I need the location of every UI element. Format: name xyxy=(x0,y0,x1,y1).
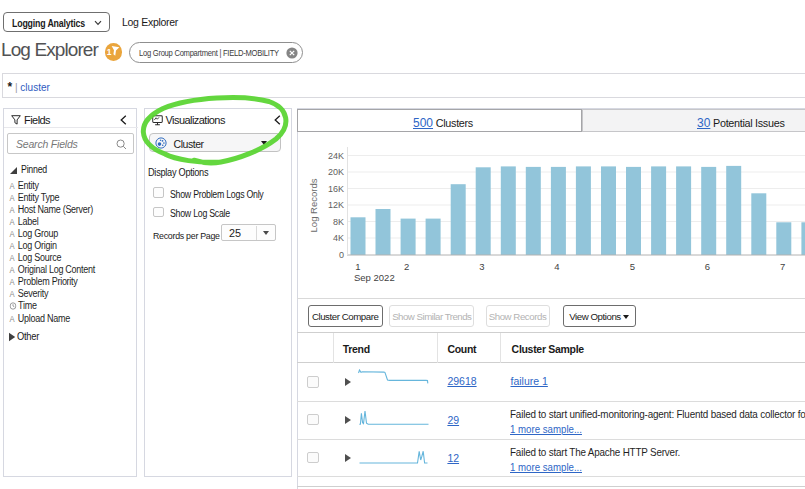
svg-text:1: 1 xyxy=(355,261,360,272)
svg-text:24K: 24K xyxy=(328,151,344,161)
svg-text:2: 2 xyxy=(404,261,409,272)
svg-text:4K: 4K xyxy=(333,233,344,243)
svg-text:Log Records: Log Records xyxy=(308,178,319,232)
svg-text:20K: 20K xyxy=(328,167,344,177)
svg-text:3: 3 xyxy=(479,261,484,272)
svg-text:7: 7 xyxy=(780,261,785,272)
svg-text:5: 5 xyxy=(630,261,635,272)
svg-text:12K: 12K xyxy=(328,200,344,210)
svg-text:16K: 16K xyxy=(328,184,344,194)
svg-text:4: 4 xyxy=(554,261,559,272)
svg-text:8K: 8K xyxy=(333,217,344,227)
svg-text:Sep 2022: Sep 2022 xyxy=(354,272,395,283)
svg-text:6: 6 xyxy=(705,261,710,272)
svg-text:0: 0 xyxy=(339,250,344,260)
